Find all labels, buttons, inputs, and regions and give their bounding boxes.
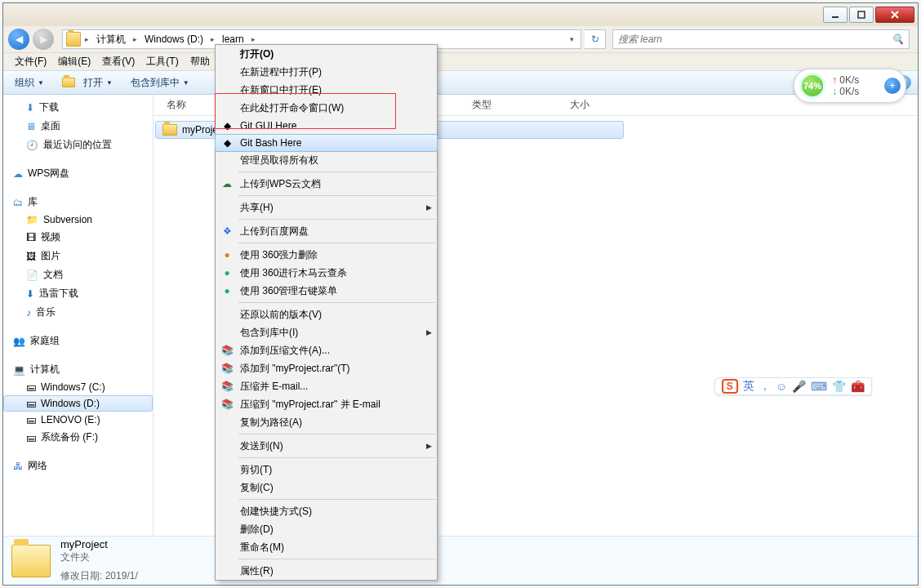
git-icon: ◆ [219,119,235,132]
folder-icon [62,78,75,87]
include-in-library-button[interactable]: 包含到库中▼ [126,74,194,91]
back-button[interactable]: ◀ [8,29,29,50]
expand-button[interactable]: + [884,78,901,94]
chevron-right-icon[interactable]: ▸ [208,35,217,43]
col-size[interactable]: 大小 [570,98,635,112]
menu-edit[interactable]: 编辑(E) [53,55,96,69]
ctx-git-bash[interactable]: ◆Git Bash Here [215,134,438,152]
nav-libraries[interactable]: 🗂库 [3,193,153,212]
ctx-zip-email[interactable]: 📚压缩并 E-mail... [216,377,437,395]
nav-documents[interactable]: 📄文档 [3,265,153,284]
nav-wps[interactable]: ☁WPS网盘 [3,164,153,183]
refresh-button[interactable]: ↻ [585,29,606,49]
ctx-create-shortcut[interactable]: 创建快捷方式(S) [216,502,437,520]
ctx-cut[interactable]: 剪切(T) [216,461,437,479]
nav-drive-e[interactable]: 🖴LENOVO (E:) [3,412,153,428]
close-button[interactable] [875,7,914,23]
history-dropdown[interactable]: ▾ [565,35,579,43]
separator [238,302,435,303]
minimize-button[interactable] [823,7,848,23]
folder-icon [162,124,177,136]
nav-pane[interactable]: ⬇下载 🖥桌面 🕘最近访问的位置 ☁WPS网盘 🗂库 📁Subversion 🎞… [3,95,154,536]
content: ⬇下载 🖥桌面 🕘最近访问的位置 ☁WPS网盘 🗂库 📁Subversion 🎞… [3,95,918,536]
ctx-include-library[interactable]: 包含到库中(I)▶ [216,323,437,341]
nav-drive-d[interactable]: 🖴Windows (D:) [3,395,153,412]
nav-computer[interactable]: 💻计算机 [3,360,153,379]
ctx-add-rar[interactable]: 📚添加到压缩文件(A)... [216,341,437,359]
ctx-add-rar-project[interactable]: 📚添加到 "myProject.rar"(T) [216,359,437,377]
nav-music[interactable]: ♪音乐 [3,303,153,322]
ctx-open-new-process[interactable]: 在新进程中打开(P) [216,63,437,81]
separator [238,243,435,243]
nav-downloads[interactable]: ⬇下载 [3,98,153,117]
nav-drive-c[interactable]: 🖴Windows7 (C:) [3,379,153,395]
ctx-send-to[interactable]: 发送到(N)▶ [216,437,437,455]
ctx-360-delete[interactable]: ●使用 360强力删除 [216,246,437,264]
nav-videos[interactable]: 🎞视频 [3,228,153,247]
360-icon: ● [219,266,235,279]
ime-punct[interactable]: ， [759,379,771,394]
menu-help[interactable]: 帮助 [185,55,215,69]
nav-network[interactable]: 🖧网络 [3,457,153,475]
crumb-drive-d[interactable]: Windows (D:) [140,30,208,48]
organize-button[interactable]: 组织▼ [10,74,49,91]
search-input[interactable]: 搜索 learn 🔍 [612,29,910,49]
speed-readout: ↑ 0K/s ↓ 0K/s [832,74,859,97]
menu-tools[interactable]: 工具(T) [141,55,183,69]
ctx-open-cmd-here[interactable]: 在此处打开命令窗口(W) [216,99,437,117]
person-icon[interactable]: 👕 [832,380,846,393]
chevron-right-icon[interactable]: ▸ [131,35,140,43]
submenu-arrow-icon: ▶ [426,203,432,212]
ctx-properties[interactable]: 属性(R) [216,562,437,580]
360-icon: ● [219,248,235,261]
maximize-button[interactable] [849,7,874,23]
nav-xunlei[interactable]: ⬇迅雷下载 [3,284,153,303]
network-speed-widget[interactable]: 74% ↑ 0K/s ↓ 0K/s + [794,69,906,103]
explorer-window: ◀ ▶ ▸ 计算机 ▸ Windows (D:) ▸ learn ▸ ▾ ↻ 搜… [2,2,919,586]
nav-recent[interactable]: 🕘最近访问的位置 [3,136,153,154]
status-item-name: myProject [60,538,138,550]
ctx-previous-versions[interactable]: 还原以前的版本(V) [216,305,437,323]
chevron-right-icon[interactable]: ▸ [82,35,91,43]
ctx-copy-path[interactable]: 复制为路径(A) [216,413,437,431]
nav-desktop[interactable]: 🖥桌面 [3,117,153,136]
ctx-copy[interactable]: 复制(C) [216,479,437,497]
col-type[interactable]: 类型 [472,98,570,112]
ctx-360-menu[interactable]: ●使用 360管理右键菜单 [216,282,437,300]
mic-icon[interactable]: 🎤 [792,380,806,393]
ctx-zip-project-email[interactable]: 📚压缩到 "myProject.rar" 并 E-mail [216,395,437,413]
open-button[interactable]: 打开▼ [57,74,118,91]
folder-icon [66,32,81,47]
menu-view[interactable]: 查看(V) [97,55,140,69]
ime-lang[interactable]: 英 [743,379,754,394]
search-icon[interactable]: 🔍 [892,33,904,45]
ctx-upload-baidu[interactable]: ❖上传到百度网盘 [216,222,437,240]
chevron-right-icon[interactable]: ▸ [249,35,258,43]
nav-drive-f[interactable]: 🖴系统备份 (F:) [3,428,153,447]
ctx-share[interactable]: 共享(H)▶ [216,198,437,216]
ctx-upload-wps[interactable]: ☁上传到WPS云文档 [216,175,437,193]
ctx-delete[interactable]: 删除(D) [216,520,437,538]
ctx-git-gui[interactable]: ◆Git GUI Here [216,117,437,135]
keyboard-icon[interactable]: ⌨ [811,380,827,393]
winrar-icon: 📚 [219,380,235,393]
winrar-icon: 📚 [219,398,235,411]
ctx-open-new-window[interactable]: 在新窗口中打开(E) [216,81,437,99]
git-icon: ◆ [219,136,235,149]
ctx-360-scan[interactable]: ●使用 360进行木马云查杀 [216,264,437,282]
forward-button[interactable]: ▶ [33,29,54,50]
wps-icon: ☁ [219,177,235,190]
separator [238,195,435,196]
smiley-icon[interactable]: ☺ [776,380,787,393]
menu-file[interactable]: 文件(F) [10,55,51,69]
toolbox-icon[interactable]: 🧰 [851,380,865,393]
ctx-take-ownership[interactable]: 管理员取得所有权 [216,151,437,169]
ime-toolbar[interactable]: S 英 ， ☺ 🎤 ⌨ 👕 🧰 [714,377,872,395]
ctx-open[interactable]: 打开(O) [216,45,437,63]
sogou-icon[interactable]: S [722,379,738,394]
ctx-rename[interactable]: 重命名(M) [216,538,437,556]
nav-homegroup[interactable]: 👥家庭组 [3,332,153,350]
nav-subversion[interactable]: 📁Subversion [3,212,153,228]
nav-pictures[interactable]: 🖼图片 [3,247,153,265]
crumb-computer[interactable]: 计算机 [91,30,131,48]
